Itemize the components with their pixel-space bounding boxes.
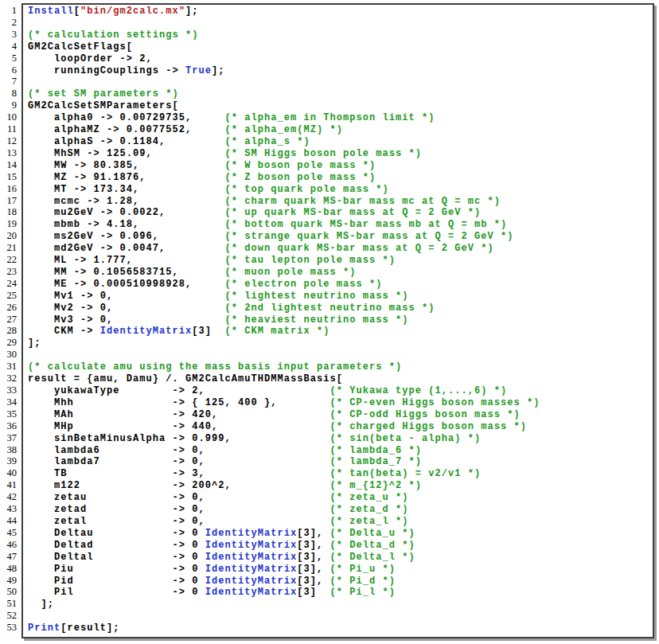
- line-number: 17: [0, 195, 17, 207]
- code-token-plain: Deltau -> 0: [28, 528, 205, 539]
- code-line: 36 MHp -> 440, (* charged Higgs boson ma…: [0, 420, 654, 432]
- code-text: ms2GeV -> 0.096, (* strange quark MS-bar…: [28, 231, 514, 242]
- code-token-plain: [: [74, 6, 80, 17]
- code-text: Mv3 -> 0, (* heaviest neutrino mass *): [28, 314, 409, 326]
- line-number: 44: [0, 515, 17, 527]
- code-token-keyword: IdentityMatrix: [205, 576, 298, 587]
- code-token-plain: alpha0 -> 0.00729735,: [28, 112, 192, 123]
- code-token-comment: (* lightest neutrino mass *): [113, 291, 408, 302]
- code-token-plain: [3]: [297, 587, 317, 598]
- code-token-plain: MZ -> 91.1876,: [28, 172, 146, 183]
- line-number: 29: [0, 337, 17, 349]
- code-line: 42 zetau -> 0, (* zeta_u *): [0, 491, 654, 503]
- code-token-comment: (* Z boson pole mass *): [146, 172, 376, 183]
- line-number: 25: [0, 290, 17, 302]
- code-text: alpha0 -> 0.00729735, (* alpha_em in Tho…: [28, 112, 435, 123]
- code-token-comment: (* electron pole mass *): [192, 279, 382, 290]
- code-token-comment: (* top quark pole mass *): [139, 184, 389, 195]
- code-line: 50 Pil -> 0 IdentityMatrix[3] (* Pi_l *): [0, 586, 654, 598]
- code-token-plain: ];: [28, 599, 54, 610]
- code-token-plain: Deltad -> 0: [28, 540, 205, 551]
- code-line: 11 alphaMZ -> 0.0077552, (* alpha_em(MZ)…: [0, 123, 654, 135]
- code-text: mbmb -> 4.18, (* bottom quark MS-bar mas…: [28, 219, 507, 230]
- code-token-plain: mcmc -> 1.28,: [28, 196, 139, 207]
- code-line: 32result = {amu, Damu} /. GM2CalcAmuTHDM…: [0, 373, 654, 384]
- code-text: Print[result];: [28, 623, 120, 634]
- code-token-comment: (* SM Higgs boson pole mass *): [153, 148, 422, 159]
- code-line: 31(* calculate amu using the mass basis …: [0, 361, 654, 373]
- code-text: m122 -> 200^2, (* m_{12}^2 *): [28, 480, 422, 491]
- code-token-comment: (* down quark MS-bar mass at Q = 2 GeV *…: [166, 243, 494, 254]
- code-line: 35 MAh -> 420, (* CP-odd Higgs boson mas…: [0, 408, 654, 420]
- code-line: 38 lambda6 -> 0, (* lambda_6 *): [0, 444, 654, 456]
- code-line: 33 yukawaType -> 2, (* Yukawa type (1,..…: [0, 384, 654, 396]
- code-token-plain: md2GeV -> 0.0047,: [28, 243, 166, 254]
- code-text: MM -> 0.1056583715, (* muon pole mass *): [28, 267, 357, 278]
- code-line: 45 Deltau -> 0 IdentityMatrix[3], (* Del…: [0, 527, 654, 539]
- code-token-plain: ME -> 0.000510998928,: [28, 279, 192, 290]
- code-line: 44 zetal -> 0, (* zeta_l *): [0, 515, 654, 527]
- code-line: 28 CKM -> IdentityMatrix[3] (* CKM matri…: [0, 325, 654, 337]
- code-line: 30: [0, 349, 654, 361]
- code-listing: 1Install["bin/gm2calc.mx"];23(* calculat…: [0, 5, 654, 634]
- code-token-plain: MAh -> 420,: [28, 409, 218, 420]
- code-token-plain: Pil -> 0: [28, 587, 205, 598]
- line-number: 28: [0, 325, 17, 337]
- code-token-comment: (* Pi_d *): [323, 576, 396, 587]
- code-token-plain: MT -> 173.34,: [28, 184, 139, 195]
- code-line: 6 runningCouplings -> True];: [0, 64, 654, 76]
- code-token-plain: [3],: [297, 552, 323, 563]
- code-line: 52: [0, 610, 654, 622]
- code-token-comment: (* m_{12}^2 *): [232, 480, 422, 491]
- code-line: 8(* set SM parameters *): [0, 88, 654, 100]
- code-token-keyword: Print: [28, 623, 60, 634]
- code-text: Deltad -> 0 IdentityMatrix[3], (* Delta_…: [28, 540, 415, 551]
- code-line: 15 MZ -> 91.1876, (* Z boson pole mass *…: [0, 171, 654, 183]
- line-number: 21: [0, 242, 17, 254]
- code-line: 17 mcmc -> 1.28, (* charm quark MS-bar m…: [0, 195, 654, 207]
- code-token-plain: m122 -> 200^2,: [28, 480, 232, 491]
- code-token-plain: ML -> 1.777,: [28, 255, 133, 266]
- line-number: 3: [0, 29, 17, 41]
- line-number: 52: [0, 610, 17, 622]
- code-token-comment: (* CKM matrix *): [212, 326, 330, 337]
- code-token-comment: (* Delta_d *): [323, 540, 415, 551]
- code-token-comment: (* Delta_u *): [323, 528, 415, 539]
- line-number: 11: [0, 123, 17, 135]
- code-text: Mhh -> { 125, 400 }, (* CP-even Higgs bo…: [28, 397, 540, 408]
- line-number: 24: [0, 278, 17, 290]
- code-line: 25 Mv1 -> 0, (* lightest neutrino mass *…: [0, 290, 654, 302]
- code-token-plain: GM2CalcSetFlags[: [28, 41, 133, 53]
- code-token-keyword: IdentityMatrix: [205, 528, 298, 539]
- code-text: ME -> 0.000510998928, (* electron pole m…: [28, 279, 383, 290]
- line-number: 13: [0, 147, 17, 159]
- code-text: Deltau -> 0 IdentityMatrix[3], (* Delta_…: [28, 528, 415, 539]
- line-number: 50: [0, 586, 17, 598]
- code-text: (* calculate amu using the mass basis in…: [28, 361, 402, 373]
- code-token-plain: yukawaType -> 2,: [28, 385, 205, 396]
- code-line: 21 md2GeV -> 0.0047, (* down quark MS-ba…: [0, 242, 654, 254]
- code-text: mcmc -> 1.28, (* charm quark MS-bar mass…: [28, 196, 501, 207]
- code-line: 16 MT -> 173.34, (* top quark pole mass …: [0, 183, 654, 195]
- code-text: sinBetaMinusAlpha -> 0.999, (* sin(beta …: [28, 433, 481, 444]
- code-token-comment: (* muon pole mass *): [179, 267, 357, 278]
- line-number: 38: [0, 444, 17, 456]
- code-token-plain: alphaS -> 0.1184,: [28, 136, 166, 147]
- code-text: Mv1 -> 0, (* lightest neutrino mass *): [28, 291, 409, 302]
- code-token-comment: (* strange quark MS-bar mass at Q = 2 Ge…: [159, 231, 514, 242]
- code-text: loopOrder -> 2,: [28, 53, 153, 64]
- line-number: 31: [0, 361, 17, 373]
- code-token-keyword: IdentityMatrix: [100, 326, 193, 337]
- code-text: GM2CalcSetFlags[: [28, 41, 133, 53]
- code-token-comment: (* W boson pole mass *): [139, 160, 376, 171]
- code-token-plain: TB -> 3,: [28, 468, 205, 479]
- code-line: 39 lambda7 -> 0, (* lambda_7 *): [0, 455, 654, 467]
- code-token-comment: (* lambda_7 *): [205, 456, 422, 467]
- code-text: MW -> 80.385, (* W boson pole mass *): [28, 160, 376, 171]
- code-token-plain: mu2GeV -> 0.0022,: [28, 207, 166, 218]
- code-token-comment: (* tau lepton pole mass *): [133, 255, 396, 266]
- line-number: 39: [0, 455, 17, 467]
- code-token-comment: (* alpha_em(MZ) *): [192, 124, 343, 135]
- code-token-plain: Mv3 -> 0,: [28, 314, 113, 326]
- code-text: yukawaType -> 2, (* Yukawa type (1,...,6…: [28, 385, 507, 396]
